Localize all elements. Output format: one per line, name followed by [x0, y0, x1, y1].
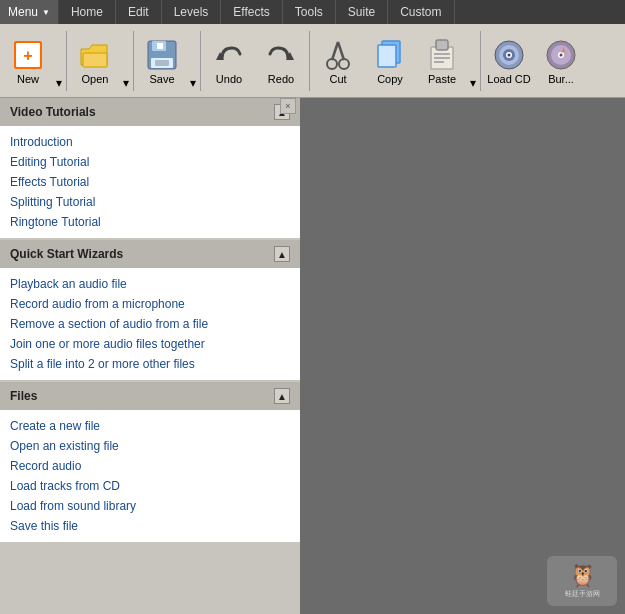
paste-dropdown-arrow[interactable]: ▾ [468, 28, 478, 94]
new-icon: + [12, 39, 44, 71]
paste-button[interactable]: Paste [416, 28, 468, 94]
menu-arrow-icon: ▼ [42, 8, 50, 17]
link-effects-tutorial[interactable]: Effects Tutorial [10, 172, 290, 192]
link-join-files[interactable]: Join one or more audio files together [10, 334, 290, 354]
cut-button[interactable]: Cut [312, 28, 364, 94]
link-save-file[interactable]: Save this file [10, 516, 290, 536]
section-files: Files ▲ Create a new file Open an existi… [0, 382, 300, 542]
tab-effects[interactable]: Effects [221, 0, 282, 24]
section-video-tutorials: Video Tutorials ▲ Introduction Editing T… [0, 98, 300, 238]
load-cd-icon [493, 39, 525, 71]
separator-4 [309, 31, 310, 91]
open-icon [79, 39, 111, 71]
separator-3 [200, 31, 201, 91]
watermark-text: 蛙廷手游网 [565, 589, 600, 599]
link-playback[interactable]: Playback an audio file [10, 274, 290, 294]
copy-button[interactable]: Copy [364, 28, 416, 94]
section-files-header[interactable]: Files ▲ [0, 382, 300, 410]
section-video-tutorials-header[interactable]: Video Tutorials ▲ [0, 98, 300, 126]
undo-button[interactable]: Undo [203, 28, 255, 94]
svg-rect-20 [434, 53, 450, 55]
tab-home[interactable]: Home [59, 0, 116, 24]
link-ringtone-tutorial[interactable]: Ringtone Tutorial [10, 212, 290, 232]
svg-rect-19 [436, 40, 448, 50]
section-files-collapse[interactable]: ▲ [274, 388, 290, 404]
menu-dropdown-button[interactable]: Menu ▼ [0, 0, 59, 24]
link-remove-section[interactable]: Remove a section of audio from a file [10, 314, 290, 334]
svg-rect-9 [157, 43, 163, 49]
section-files-title: Files [10, 389, 37, 403]
link-load-tracks-cd[interactable]: Load tracks from CD [10, 476, 290, 496]
open-dropdown-arrow[interactable]: ▾ [121, 28, 131, 94]
save-dropdown-arrow[interactable]: ▾ [188, 28, 198, 94]
link-split-file[interactable]: Split a file into 2 or more other files [10, 354, 290, 374]
section-files-body: Create a new file Open an existing file … [0, 410, 300, 542]
menu-label: Menu [8, 5, 38, 19]
svg-text:+: + [23, 47, 32, 64]
save-icon [146, 39, 178, 71]
tab-custom[interactable]: Custom [388, 0, 454, 24]
tab-suite[interactable]: Suite [336, 0, 388, 24]
sidebar: Video Tutorials ▲ Introduction Editing T… [0, 98, 300, 614]
svg-rect-4 [83, 53, 107, 67]
separator-5 [480, 31, 481, 91]
svg-line-15 [338, 42, 344, 60]
link-create-new[interactable]: Create a new file [10, 416, 290, 436]
svg-point-31 [560, 53, 563, 56]
panel-close-button[interactable]: × [280, 98, 296, 114]
section-video-tutorials-title: Video Tutorials [10, 105, 96, 119]
save-button-group: Save ▾ [136, 28, 198, 94]
undo-icon [213, 39, 245, 71]
svg-rect-17 [378, 45, 396, 67]
svg-rect-8 [155, 60, 169, 66]
section-quick-start-collapse[interactable]: ▲ [274, 246, 290, 262]
menu-bar: Menu ▼ Home Edit Levels Effects Tools Su… [0, 0, 625, 24]
open-button[interactable]: Open [69, 28, 121, 94]
section-quick-start-body: Playback an audio file Record audio from… [0, 268, 300, 380]
paste-button-group: Paste ▾ [416, 28, 478, 94]
link-splitting-tutorial[interactable]: Splitting Tutorial [10, 192, 290, 212]
cut-icon [322, 39, 354, 71]
section-quick-start-title: Quick Start Wizards [10, 247, 123, 261]
burn-button[interactable]: Bur... [535, 28, 587, 94]
svg-line-14 [332, 42, 338, 60]
tab-levels[interactable]: Levels [162, 0, 222, 24]
new-button[interactable]: + New [2, 28, 54, 94]
link-introduction[interactable]: Introduction [10, 132, 290, 152]
new-dropdown-arrow[interactable]: ▾ [54, 28, 64, 94]
open-button-group: Open ▾ [69, 28, 131, 94]
separator-1 [66, 31, 67, 91]
burn-icon [545, 39, 577, 71]
section-video-tutorials-body: Introduction Editing Tutorial Effects Tu… [0, 126, 300, 238]
toolbar-group-open: Open ▾ [69, 28, 131, 93]
separator-2 [133, 31, 134, 91]
link-open-existing[interactable]: Open an existing file [10, 436, 290, 456]
watermark: 🦉 蛙廷手游网 [547, 556, 617, 606]
save-button[interactable]: Save [136, 28, 188, 94]
main-area: 🦉 蛙廷手游网 [300, 98, 625, 614]
tab-tools[interactable]: Tools [283, 0, 336, 24]
link-record-microphone[interactable]: Record audio from a microphone [10, 294, 290, 314]
paste-icon [426, 39, 458, 71]
svg-point-13 [339, 59, 349, 69]
new-button-group: + New ▾ [2, 28, 64, 94]
toolbar-group-paste: Paste ▾ [416, 28, 478, 93]
copy-icon [374, 39, 406, 71]
redo-icon [265, 39, 297, 71]
svg-rect-21 [434, 57, 450, 59]
watermark-owl-icon: 🦉 [569, 563, 596, 589]
toolbar-group-new: + New ▾ [2, 28, 64, 93]
redo-button[interactable]: Redo [255, 28, 307, 94]
toolbar: + New ▾ Open ▾ [0, 24, 625, 98]
svg-point-12 [327, 59, 337, 69]
load-cd-button[interactable]: Load CD [483, 28, 535, 94]
svg-point-27 [508, 53, 511, 56]
tab-edit[interactable]: Edit [116, 0, 162, 24]
svg-rect-22 [434, 61, 444, 63]
link-load-sound-library[interactable]: Load from sound library [10, 496, 290, 516]
toolbar-group-save: Save ▾ [136, 28, 198, 93]
section-quick-start: Quick Start Wizards ▲ Playback an audio … [0, 240, 300, 380]
link-editing-tutorial[interactable]: Editing Tutorial [10, 152, 290, 172]
section-quick-start-header[interactable]: Quick Start Wizards ▲ [0, 240, 300, 268]
link-record-audio[interactable]: Record audio [10, 456, 290, 476]
